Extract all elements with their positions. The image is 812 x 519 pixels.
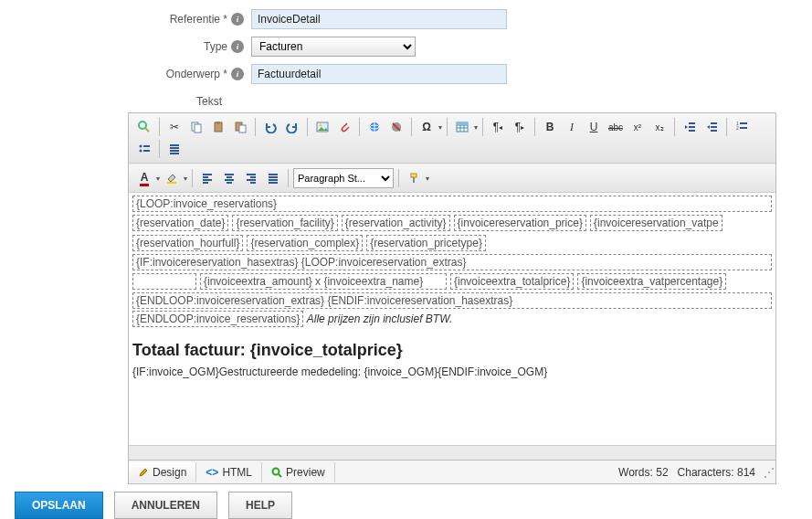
info-icon: i	[231, 68, 244, 80]
unordered-list-icon[interactable]	[134, 139, 154, 159]
underline-icon[interactable]: U	[584, 117, 604, 137]
align-center-icon[interactable]	[219, 168, 239, 188]
align-justify-icon[interactable]	[263, 168, 283, 188]
ordered-list-icon[interactable]: 12	[732, 117, 752, 137]
link-icon[interactable]	[364, 117, 385, 137]
separator	[398, 169, 399, 187]
svg-point-32	[140, 150, 142, 153]
strike-icon[interactable]: abc	[606, 117, 626, 137]
align-left-icon[interactable]	[197, 168, 217, 188]
html-tab[interactable]: <> HTML	[196, 462, 262, 482]
reference-label: Referentie * i	[0, 13, 251, 26]
align-right-icon[interactable]	[241, 168, 261, 188]
separator	[255, 118, 256, 136]
template-token: {reservation_pricetype}	[366, 235, 486, 251]
subject-input[interactable]	[251, 64, 507, 84]
template-token: {reservation_facility}	[232, 215, 337, 231]
help-button[interactable]: HELP	[228, 492, 292, 519]
total-heading: Totaal factuur: {invoice_totalprice}	[132, 341, 772, 360]
svg-line-59	[279, 474, 281, 477]
superscript-icon[interactable]: x²	[627, 117, 648, 137]
svg-point-0	[139, 122, 146, 129]
type-label: Type i	[0, 40, 251, 53]
paste-text-icon[interactable]	[230, 117, 250, 137]
svg-text:2: 2	[736, 125, 739, 131]
code-icon: <>	[206, 466, 218, 479]
svg-rect-57	[413, 177, 415, 183]
image-icon[interactable]	[312, 117, 332, 137]
horizontal-scrollbar[interactable]	[129, 445, 775, 460]
unlink-icon[interactable]	[386, 117, 406, 137]
template-token: {reservation_hourfull}	[132, 235, 243, 251]
italic-icon[interactable]: I	[562, 117, 582, 137]
separator	[726, 118, 727, 136]
template-cell	[132, 273, 196, 290]
outdent-icon[interactable]	[680, 117, 700, 137]
separator	[674, 118, 675, 136]
editor-footer: Design <> HTML Preview Words: 52 Charact…	[129, 460, 775, 483]
reference-input[interactable]	[251, 9, 507, 29]
format-painter-icon[interactable]	[404, 168, 424, 188]
design-tab[interactable]: Design	[129, 462, 196, 482]
save-button[interactable]: OPSLAAN	[15, 492, 103, 519]
text-color-icon[interactable]: A	[134, 168, 154, 188]
separator	[288, 169, 289, 187]
paragraph-style-select[interactable]: Paragraph St...	[293, 168, 394, 188]
template-token: {ENDLOOP:invoice_reservations}	[132, 311, 303, 327]
template-token: {ENDLOOP:invoicereservation_extras} {END…	[132, 292, 772, 309]
text-label: Tekst	[196, 91, 812, 108]
editor-toolbar-2: A ▾ ▾ Paragraph St... ▾	[129, 164, 775, 193]
table-icon[interactable]	[452, 117, 472, 137]
rich-text-editor: ✂ Ω ▾ ▾ ¶◂ ¶▸ B I U abc x² x₂ 12	[128, 112, 776, 484]
attachment-icon[interactable]	[334, 117, 354, 137]
subscript-icon[interactable]: x₂	[649, 117, 670, 137]
template-token: {invoicereservation_vatpe	[590, 215, 722, 231]
svg-point-58	[273, 468, 279, 474]
svg-rect-3	[195, 124, 201, 132]
cancel-button[interactable]: ANNULEREN	[114, 492, 217, 519]
indent-icon[interactable]	[701, 117, 722, 137]
show-blocks-icon[interactable]: ¶◂	[488, 117, 508, 137]
separator	[159, 140, 160, 158]
separator	[482, 118, 483, 136]
separator	[447, 118, 448, 136]
cut-icon[interactable]: ✂	[164, 117, 185, 137]
magnifier-icon	[271, 467, 282, 478]
action-buttons: OPSLAAN ANNULEREN HELP	[15, 492, 797, 519]
separator	[534, 118, 535, 136]
copy-icon[interactable]	[186, 117, 206, 137]
editor-toolbar: ✂ Ω ▾ ▾ ¶◂ ¶▸ B I U abc x² x₂ 12	[129, 113, 775, 164]
justify-icon[interactable]	[164, 139, 185, 159]
bg-color-icon[interactable]	[162, 168, 182, 188]
separator	[307, 118, 308, 136]
separator	[192, 169, 193, 187]
separator	[411, 118, 412, 136]
svg-line-1	[145, 128, 149, 132]
svg-rect-5	[216, 122, 220, 124]
svg-point-9	[320, 124, 322, 127]
template-token: {invoicereservation_price}	[454, 215, 586, 231]
template-token: {IF:invoicereservation_hasextras} {LOOP:…	[132, 254, 772, 270]
separator	[159, 118, 160, 136]
svg-rect-56	[411, 174, 417, 177]
ogm-line: {IF:invoice_OGM}Gestructureerde mededeli…	[132, 365, 772, 378]
template-token: {invoiceextra_amount} x {invoiceextra_na…	[200, 273, 447, 290]
redo-icon[interactable]	[282, 117, 302, 137]
preview-tab[interactable]: Preview	[262, 462, 335, 482]
template-token: {invoiceextra_vatpercentage}	[577, 273, 726, 290]
type-select[interactable]: Facturen	[251, 37, 416, 57]
resize-handle[interactable]: ⋰	[763, 466, 775, 479]
svg-rect-7	[239, 125, 246, 132]
symbol-icon[interactable]: Ω	[417, 117, 437, 137]
template-token: {reservation_complex}	[247, 235, 363, 251]
bold-icon[interactable]: B	[540, 117, 560, 137]
find-icon[interactable]	[134, 117, 154, 137]
info-icon: i	[231, 40, 244, 53]
paste-icon[interactable]	[208, 117, 228, 137]
svg-rect-20	[457, 122, 468, 125]
word-count: Words: 52 Characters: 814	[611, 466, 763, 479]
editor-content[interactable]: {LOOP:invoice_reservations} {reservation…	[129, 193, 775, 460]
undo-icon[interactable]	[260, 117, 280, 137]
ltr-icon[interactable]: ¶▸	[510, 117, 530, 137]
subject-label: Onderwerp * i	[0, 68, 251, 80]
